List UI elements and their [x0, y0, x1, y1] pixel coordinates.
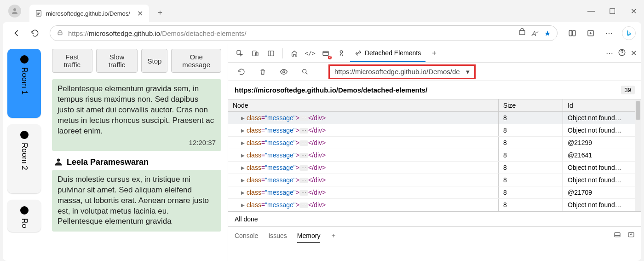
fast-traffic-button[interactable]: Fast traffic: [52, 49, 92, 73]
devtools-more-icon[interactable]: ⋯: [606, 49, 613, 58]
split-screen-icon[interactable]: [564, 25, 581, 41]
eye-icon[interactable]: [277, 65, 291, 79]
expand-arrow-icon[interactable]: ▶: [241, 153, 245, 158]
console-tab-icon[interactable]: ✕: [319, 46, 333, 60]
author-name: Leela Parameswaran: [67, 157, 149, 167]
status-text: All done: [228, 211, 641, 226]
col-id[interactable]: Id: [563, 99, 641, 111]
chat-controls: Fast traffic Slow traffic Stop One messa…: [52, 49, 221, 73]
close-tab-icon[interactable]: ✕: [136, 10, 144, 17]
message-text: Pellentesque elementum gravida sem, in t…: [58, 84, 216, 137]
result-header: https://microsoftedge.github.io/Demos/de…: [228, 81, 641, 99]
expand-arrow-icon[interactable]: ▶: [241, 190, 245, 195]
expand-arrow-icon[interactable]: ▶: [241, 203, 245, 208]
devtools-panel: </> ✕ Detached Elements ＋ ⋯ ✕ https://mi…: [228, 44, 641, 261]
browser-tab[interactable]: microsoftedge.github.io/Demos/ ✕: [29, 5, 149, 22]
room-status-dot: [20, 55, 29, 64]
detached-elements-tab[interactable]: Detached Elements: [350, 44, 426, 62]
bing-button[interactable]: [622, 26, 636, 40]
drawer-memory-tab[interactable]: Memory: [297, 232, 321, 243]
browser-titlebar: microsoftedge.github.io/Demos/ ✕ ＋ — ☐ ✕: [0, 0, 644, 22]
svg-point-15: [283, 70, 285, 73]
table-row[interactable]: ▶ class="message">⋯</div>8@21641: [228, 149, 641, 162]
room-3[interactable]: Ro: [7, 200, 41, 232]
chat-message: Duis molestie cursus ex, in tristique mi…: [52, 170, 221, 232]
new-tab-button[interactable]: ＋: [153, 5, 167, 20]
stop-button[interactable]: Stop: [141, 49, 167, 73]
more-icon[interactable]: ⋯: [601, 25, 617, 41]
room-label: Ro: [20, 218, 29, 228]
more-tabs-button[interactable]: ＋: [427, 46, 441, 60]
add-drawer-tab-icon[interactable]: ＋: [330, 232, 337, 240]
back-button[interactable]: [8, 25, 25, 41]
svg-point-16: [303, 69, 306, 73]
table-row[interactable]: ▶ class="message">⋯</div>8@21709: [228, 186, 641, 199]
close-window-button[interactable]: ✕: [623, 4, 644, 18]
col-size[interactable]: Size: [499, 99, 563, 111]
chat-main: Fast traffic Slow traffic Stop One messa…: [46, 44, 228, 261]
url-text: https://microsoftedge.github.io/Demos/de…: [68, 29, 247, 37]
refresh-list-icon[interactable]: [235, 65, 248, 79]
svg-rect-3: [519, 30, 525, 35]
svg-rect-11: [268, 51, 274, 56]
svg-rect-4: [569, 30, 572, 36]
col-node[interactable]: Node: [228, 99, 499, 111]
refresh-button[interactable]: [27, 25, 43, 41]
message-author: Leela Parameswaran: [54, 157, 221, 167]
one-message-button[interactable]: One message: [171, 49, 221, 73]
favorite-star-icon[interactable]: ★: [544, 29, 551, 38]
page-icon: [35, 10, 42, 17]
room-list: Room 1 Room 2 Ro: [3, 44, 46, 261]
elements-tab-icon[interactable]: </>: [303, 46, 317, 60]
table-row[interactable]: ▶ class="message">⋯</div>8@21299: [228, 137, 641, 149]
close-devtools-icon[interactable]: ✕: [631, 49, 637, 58]
expand-arrow-icon[interactable]: ▶: [241, 116, 245, 121]
table-row[interactable]: ▶ class="message">⋯</div>8Object not fou…: [228, 199, 641, 211]
detached-toolbar: https://microsoftedge.github.io/Demos/de…: [228, 63, 641, 81]
profile-avatar[interactable]: [8, 5, 21, 17]
dock-icon[interactable]: [264, 46, 278, 60]
filter-dropdown[interactable]: https://microsoftedge.github.io/Demos/de…: [328, 64, 476, 79]
scrollbar[interactable]: [635, 99, 641, 211]
svg-point-13: [340, 51, 342, 53]
tab-label: Detached Elements: [365, 49, 421, 57]
drawer-console-tab[interactable]: Console: [235, 232, 258, 239]
inspect-icon[interactable]: [233, 46, 247, 60]
expand-arrow-icon[interactable]: ▶: [241, 140, 245, 145]
shopping-icon[interactable]: [518, 28, 526, 38]
search-icon[interactable]: [298, 65, 312, 79]
room-2[interactable]: Room 2: [7, 124, 41, 193]
table-row[interactable]: ▶ class="message">⋯</div>8Object not fou…: [228, 174, 641, 186]
drawer-issues-tab[interactable]: Issues: [268, 232, 287, 239]
result-url: https://microsoftedge.github.io/Demos/de…: [235, 86, 427, 94]
table-row[interactable]: ▶ class="message">⋯</div>8Object not fou…: [228, 124, 641, 137]
expand-drawer-icon[interactable]: [627, 231, 635, 240]
room-1[interactable]: Room 1: [7, 49, 41, 118]
expand-arrow-icon[interactable]: ▶: [241, 178, 245, 183]
results-table: Node Size Id ▶ class="message">⋯</div>8O…: [228, 99, 641, 211]
expand-arrow-icon[interactable]: ▶: [241, 165, 245, 170]
collections-icon[interactable]: [582, 25, 599, 41]
expand-arrow-icon[interactable]: ▶: [241, 128, 245, 133]
svg-rect-17: [615, 232, 620, 237]
welcome-tab-icon[interactable]: [288, 46, 301, 60]
user-icon: [54, 157, 63, 167]
table-row[interactable]: ▶ class="message">⋯</div>8Object not fou…: [228, 162, 641, 174]
help-icon[interactable]: [618, 48, 626, 58]
maximize-button[interactable]: ☐: [602, 4, 623, 18]
svg-rect-5: [573, 30, 575, 36]
delete-icon[interactable]: [256, 65, 270, 79]
slow-traffic-button[interactable]: Slow traffic: [96, 49, 138, 73]
room-status-dot: [20, 131, 29, 139]
minimize-button[interactable]: —: [581, 4, 602, 18]
message-text: Duis molestie cursus ex, in tristique mi…: [58, 174, 216, 227]
read-aloud-icon[interactable]: A»: [532, 29, 539, 37]
window-controls: — ☐ ✕: [581, 4, 644, 18]
detached-icon: [355, 49, 362, 57]
room-label: Room 2: [20, 143, 29, 170]
table-row[interactable]: ▶ class="message">⋯</div>8Object not fou…: [228, 112, 641, 124]
device-toggle-icon[interactable]: [248, 46, 262, 60]
dock-drawer-icon[interactable]: [614, 231, 621, 240]
address-bar[interactable]: https://microsoftedge.github.io/Demos/de…: [50, 25, 558, 41]
sources-tab-icon[interactable]: [334, 46, 348, 60]
